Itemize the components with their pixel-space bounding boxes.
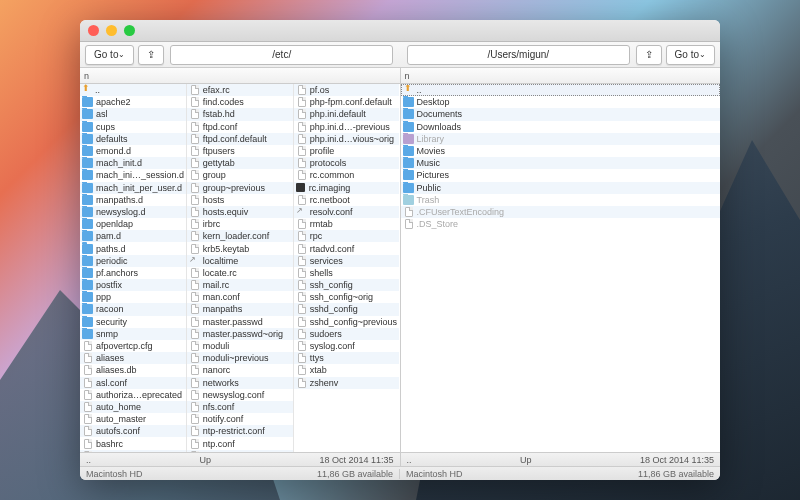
list-item[interactable]: autofs.conf (80, 425, 186, 437)
list-item[interactable]: afpovertcp.cfg (80, 340, 186, 352)
list-item[interactable]: racoon (80, 303, 186, 315)
list-item[interactable]: rmtab (294, 218, 400, 230)
goto-button-left[interactable]: Go to (85, 45, 134, 65)
list-item[interactable]: ppp (80, 291, 186, 303)
list-item[interactable]: mail.rc (187, 279, 293, 291)
list-item[interactable]: locate.rc (187, 267, 293, 279)
list-item[interactable]: bashrc (80, 437, 186, 449)
file-listing-right[interactable]: ..DesktopDocumentsDownloadsLibraryMovies… (401, 84, 721, 452)
list-item[interactable]: mach_init_per_user.d (80, 182, 186, 194)
list-item[interactable]: shells (294, 267, 400, 279)
list-item[interactable]: group~previous (187, 182, 293, 194)
list-item[interactable]: xtab (294, 364, 400, 376)
list-item[interactable]: Desktop (401, 96, 721, 108)
list-item[interactable]: asl (80, 108, 186, 120)
list-item[interactable]: Trash (401, 194, 721, 206)
list-item[interactable]: manpaths.d (80, 194, 186, 206)
list-item[interactable]: master.passwd (187, 316, 293, 328)
list-item[interactable]: mach_init.d (80, 157, 186, 169)
list-item[interactable]: rc.netboot (294, 194, 400, 206)
list-item[interactable]: php.ini.d…-previous (294, 121, 400, 133)
list-item[interactable]: pam.d (80, 230, 186, 242)
list-item[interactable]: networks (187, 377, 293, 389)
list-item[interactable]: sshd_config (294, 303, 400, 315)
list-item[interactable]: find.codes (187, 96, 293, 108)
list-item[interactable]: zshenv (294, 377, 400, 389)
list-item[interactable]: irbrc (187, 218, 293, 230)
list-item[interactable]: Pictures (401, 169, 721, 181)
list-item[interactable]: ttys (294, 352, 400, 364)
share-button-right[interactable]: ⇪ (636, 45, 662, 65)
list-item[interactable]: pf.os (294, 84, 400, 96)
list-item[interactable]: sudoers (294, 328, 400, 340)
list-item[interactable]: aliases (80, 352, 186, 364)
list-item[interactable]: auto_home (80, 401, 186, 413)
list-item[interactable]: rtadvd.conf (294, 242, 400, 254)
list-item[interactable]: fstab.hd (187, 108, 293, 120)
path-left[interactable]: /etc/ (170, 45, 393, 65)
column-header-left[interactable]: n (80, 68, 400, 84)
list-item[interactable]: ftpusers (187, 145, 293, 157)
list-item[interactable]: resolv.conf (294, 206, 400, 218)
list-item[interactable]: master.passwd~orig (187, 328, 293, 340)
list-item[interactable]: auto_master (80, 413, 186, 425)
list-item[interactable]: hosts.equiv (187, 206, 293, 218)
path-right[interactable]: /Users/migun/ (407, 45, 630, 65)
list-item[interactable]: defaults (80, 133, 186, 145)
file-listing-left[interactable]: ..apache2aslcupsdefaultsemond.dmach_init… (80, 84, 400, 452)
list-item[interactable]: ntp.conf (187, 437, 293, 449)
minimize-button[interactable] (106, 25, 117, 36)
share-button-left[interactable]: ⇪ (138, 45, 164, 65)
list-item[interactable]: moduli~previous (187, 352, 293, 364)
list-item[interactable]: ntp-restrict.conf (187, 425, 293, 437)
list-item[interactable]: hosts (187, 194, 293, 206)
list-item[interactable]: man.conf (187, 291, 293, 303)
list-item[interactable]: krb5.keytab (187, 242, 293, 254)
list-item[interactable]: .CFUserTextEncoding (401, 206, 721, 218)
list-item[interactable]: snmp (80, 328, 186, 340)
list-item[interactable]: php.ini.d…vious~orig (294, 133, 400, 145)
list-item[interactable]: nanorc (187, 364, 293, 376)
list-item[interactable]: pf.anchors (80, 267, 186, 279)
list-item[interactable]: moduli (187, 340, 293, 352)
list-item[interactable]: aliases.db (80, 364, 186, 376)
list-item[interactable]: apache2 (80, 96, 186, 108)
list-item[interactable]: .DS_Store (401, 218, 721, 230)
list-item[interactable]: security (80, 316, 186, 328)
list-item[interactable]: Library (401, 133, 721, 145)
list-item[interactable]: rc.imaging (294, 182, 400, 194)
list-item[interactable]: openldap (80, 218, 186, 230)
list-item[interactable]: php-fpm.conf.default (294, 96, 400, 108)
list-item[interactable]: ftpd.conf.default (187, 133, 293, 145)
list-item[interactable]: Documents (401, 108, 721, 120)
list-item[interactable]: authoriza…eprecated (80, 389, 186, 401)
list-item[interactable]: ssh_config (294, 279, 400, 291)
list-item[interactable]: localtime (187, 255, 293, 267)
list-item[interactable]: group (187, 169, 293, 181)
list-item[interactable]: .. (80, 84, 186, 96)
list-item[interactable]: efax.rc (187, 84, 293, 96)
column-header-right[interactable]: n (401, 68, 721, 84)
zoom-button[interactable] (124, 25, 135, 36)
list-item[interactable]: services (294, 255, 400, 267)
list-item[interactable]: ssh_config~orig (294, 291, 400, 303)
list-item[interactable]: php.ini.default (294, 108, 400, 120)
list-item[interactable]: newsyslog.conf (187, 389, 293, 401)
list-item[interactable]: Movies (401, 145, 721, 157)
list-item[interactable]: rpc (294, 230, 400, 242)
list-item[interactable]: emond.d (80, 145, 186, 157)
list-item[interactable]: paths.d (80, 242, 186, 254)
list-item[interactable]: newsyslog.d (80, 206, 186, 218)
list-item[interactable]: profile (294, 145, 400, 157)
list-item[interactable]: syslog.conf (294, 340, 400, 352)
list-item[interactable]: ftpd.conf (187, 121, 293, 133)
list-item[interactable]: postfix (80, 279, 186, 291)
list-item[interactable]: protocols (294, 157, 400, 169)
list-item[interactable]: cups (80, 121, 186, 133)
list-item[interactable]: Downloads (401, 121, 721, 133)
list-item[interactable]: nfs.conf (187, 401, 293, 413)
list-item[interactable]: mach_ini…_session.d (80, 169, 186, 181)
list-item[interactable]: Public (401, 182, 721, 194)
list-item[interactable]: kern_loader.conf (187, 230, 293, 242)
list-item[interactable]: gettytab (187, 157, 293, 169)
